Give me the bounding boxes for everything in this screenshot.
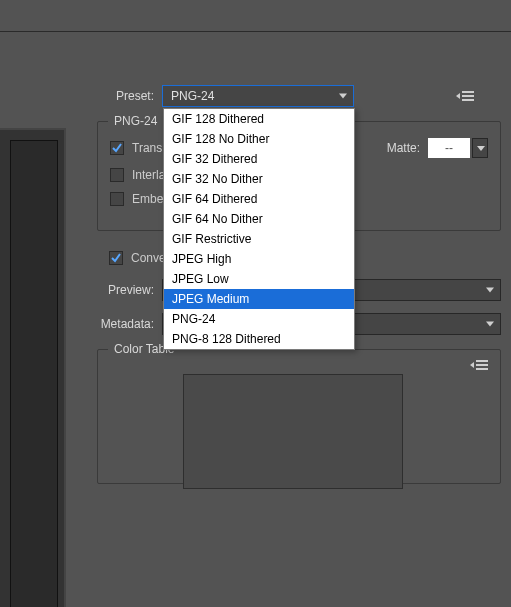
preset-menu-holder bbox=[444, 89, 474, 103]
preset-selected-value: PNG-24 bbox=[171, 89, 214, 103]
preset-row: Preset: PNG-24 GIF 128 DitheredGIF 128 N… bbox=[97, 85, 501, 107]
convert-srgb-checkbox[interactable] bbox=[109, 251, 123, 265]
preset-dropdown-list[interactable]: GIF 128 DitheredGIF 128 No DitherGIF 32 … bbox=[163, 108, 355, 350]
metadata-label: Metadata: bbox=[97, 317, 162, 331]
matte-swatch[interactable]: -- bbox=[428, 138, 470, 158]
settings-panel: Preset: PNG-24 GIF 128 DitheredGIF 128 N… bbox=[97, 85, 501, 607]
preset-option[interactable]: GIF 32 Dithered bbox=[164, 149, 354, 169]
preset-option[interactable]: JPEG High bbox=[164, 249, 354, 269]
preset-option[interactable]: GIF 128 Dithered bbox=[164, 109, 354, 129]
color-table-flyout-menu-icon[interactable] bbox=[468, 358, 488, 372]
color-table-canvas bbox=[183, 374, 403, 489]
flyout-menu-icon[interactable] bbox=[454, 89, 474, 103]
matte-label: Matte: bbox=[387, 141, 420, 155]
preset-option[interactable]: GIF 32 No Dither bbox=[164, 169, 354, 189]
preset-option[interactable]: GIF 64 No Dither bbox=[164, 209, 354, 229]
matte-wrap: Matte: -- bbox=[387, 138, 488, 158]
interlaced-checkbox[interactable] bbox=[110, 168, 124, 182]
image-preview-frame bbox=[0, 128, 66, 607]
format-group-title: PNG-24 bbox=[108, 114, 163, 128]
preset-option[interactable]: GIF 128 No Dither bbox=[164, 129, 354, 149]
preset-option[interactable]: JPEG Medium bbox=[164, 289, 354, 309]
preset-label: Preset: bbox=[97, 89, 162, 103]
preset-option[interactable]: GIF 64 Dithered bbox=[164, 189, 354, 209]
title-bar-area bbox=[0, 0, 511, 32]
embed-profile-checkbox[interactable] bbox=[110, 192, 124, 206]
preview-label: Preview: bbox=[97, 283, 162, 297]
color-table-group: Color Table bbox=[97, 349, 501, 484]
preset-option[interactable]: GIF Restrictive bbox=[164, 229, 354, 249]
chevron-down-icon bbox=[486, 322, 494, 327]
image-preview-thumbnail bbox=[10, 140, 58, 607]
preset-option[interactable]: JPEG Low bbox=[164, 269, 354, 289]
preset-option[interactable]: PNG-8 128 Dithered bbox=[164, 329, 354, 349]
preset-dropdown[interactable]: PNG-24 GIF 128 DitheredGIF 128 No Dither… bbox=[162, 85, 354, 107]
chevron-down-icon bbox=[339, 94, 347, 99]
matte-value: -- bbox=[445, 141, 453, 155]
matte-dropdown-button[interactable] bbox=[472, 138, 488, 158]
transparency-checkbox[interactable] bbox=[110, 141, 124, 155]
preset-option[interactable]: PNG-24 bbox=[164, 309, 354, 329]
save-for-web-panel: Preset: PNG-24 GIF 128 DitheredGIF 128 N… bbox=[0, 33, 511, 607]
chevron-down-icon bbox=[486, 288, 494, 293]
